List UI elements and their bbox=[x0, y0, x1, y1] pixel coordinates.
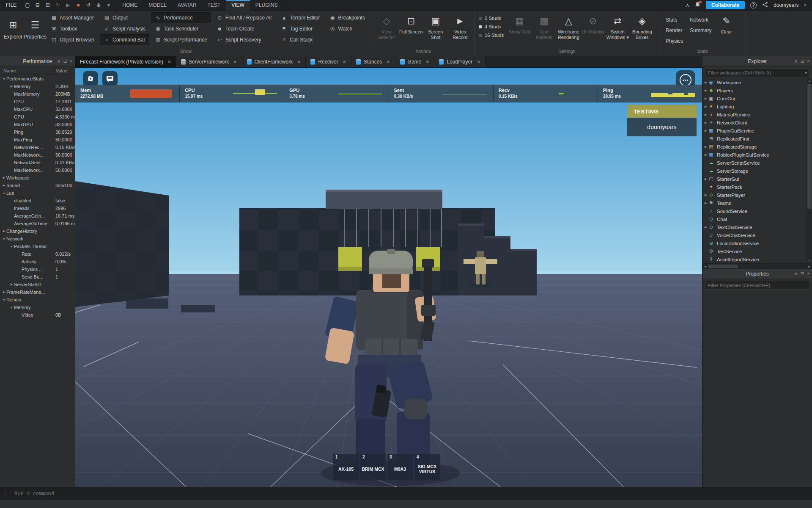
collapse-ribbon-icon[interactable]: ∧ bbox=[686, 2, 689, 8]
ribbon-summary-button[interactable]: Summary bbox=[690, 28, 711, 33]
ribbon-script-performance-button[interactable]: ▥Script Performance bbox=[151, 34, 211, 45]
ribbon-tag-editor-button[interactable]: ⚑Tag Editor bbox=[277, 23, 324, 34]
panel-close-icon[interactable]: × bbox=[807, 271, 809, 276]
perf-row-memory[interactable]: ▶Memory2.3GB bbox=[0, 83, 75, 90]
perf-row-physics[interactable]: Physics ...1 bbox=[0, 265, 75, 273]
perf-row-threads[interactable]: threads2996 bbox=[0, 204, 75, 212]
ribbon-show-grid-button[interactable]: ▦Show Grid bbox=[508, 12, 531, 48]
perf-row-lua[interactable]: ▼Lua bbox=[0, 189, 75, 197]
expanded-arrow-icon[interactable]: ▼ bbox=[2, 237, 6, 240]
collapsed-arrow-icon[interactable]: ▶ bbox=[702, 105, 708, 108]
explorer-filter-input[interactable] bbox=[705, 70, 809, 75]
scroll-down-icon[interactable]: ▼ bbox=[807, 258, 812, 263]
publish-icon[interactable]: ⊕ bbox=[93, 0, 103, 11]
ribbon-asset-manager-button[interactable]: ▦Asset Manager bbox=[47, 12, 98, 23]
explorer-item-soundservice[interactable]: ♪SoundService bbox=[702, 207, 812, 215]
ribbon-grid-material-button[interactable]: ▩Grid Material bbox=[532, 12, 556, 48]
perf-row-maxgpu[interactable]: MaxGPU33.0000 bbox=[0, 121, 75, 128]
perf-row-activity[interactable]: Activity0.0% bbox=[0, 258, 75, 265]
collapsed-arrow-icon[interactable]: ▶ bbox=[702, 129, 708, 133]
ribbon-performance-button[interactable]: ∿Performance bbox=[151, 12, 211, 23]
collapsed-arrow-icon[interactable]: ▶ bbox=[702, 89, 708, 92]
tab-close-icon[interactable]: ✕ bbox=[386, 59, 390, 65]
explorer-item-voicechatservice[interactable]: ♫VoiceChatService bbox=[702, 231, 812, 239]
ribbon-explorer-button[interactable]: ⊞Explorer bbox=[3, 13, 23, 47]
explorer-item-teams[interactable]: ▶⚑Teams bbox=[702, 199, 812, 207]
panel-dock-icon[interactable]: ⊡ bbox=[63, 59, 67, 64]
perf-row-workspace[interactable]: ▶Workspace bbox=[0, 174, 75, 182]
open-icon[interactable]: ⊟ bbox=[33, 0, 42, 11]
ribbon-task-scheduler-button[interactable]: ≣Task Scheduler bbox=[151, 23, 211, 34]
ribbon-call-stack-button[interactable]: ≡Call Stack bbox=[277, 34, 324, 45]
explorer-item-startergui[interactable]: ▶▢StarterGui bbox=[702, 175, 812, 183]
perf-row-rate[interactable]: Rate0.012/s bbox=[0, 250, 75, 258]
explorer-item-serverstorage[interactable]: ☁ServerStorage bbox=[702, 167, 812, 175]
ribbon-wireframe-rendering-button[interactable]: △Wireframe Rendering bbox=[557, 12, 580, 48]
perf-row-networkrec[interactable]: NetworkRec...0.15 KB/s bbox=[0, 144, 75, 151]
document-tab-stances[interactable]: Stances✕ bbox=[351, 56, 395, 67]
collapsed-arrow-icon[interactable]: ▶ bbox=[702, 113, 708, 116]
collapsed-arrow-icon[interactable]: ▶ bbox=[702, 177, 708, 181]
ribbon-object-browser-button[interactable]: ◫Object Browser bbox=[47, 34, 98, 45]
roblox-menu-icon[interactable] bbox=[83, 71, 98, 86]
explorer-vertical-scrollbar[interactable]: ▲ ▼ bbox=[807, 78, 812, 263]
stop-icon[interactable]: ■ bbox=[73, 0, 83, 11]
perf-row-performancestats[interactable]: ▼PerformanceStats bbox=[0, 75, 75, 83]
ribbon-bounding-boxes-button[interactable]: ◈Bounding Boxes bbox=[630, 12, 654, 48]
panel-dock-icon[interactable]: ⊡ bbox=[801, 271, 804, 276]
ribbon-screen-shot-button[interactable]: ▣Screen Shot bbox=[424, 12, 447, 48]
hotbar-slot-3[interactable]: 3M9A3 bbox=[387, 454, 413, 480]
collapsed-arrow-icon[interactable]: ▶ bbox=[702, 193, 708, 197]
collapsed-arrow-icon[interactable]: ▶ bbox=[702, 202, 708, 205]
perf-row-gpu[interactable]: GPU4.5330 ms bbox=[0, 113, 75, 121]
explorer-item-localizationservice[interactable]: ⊕LocalizationService bbox=[702, 239, 812, 247]
perf-row-frameratemana[interactable]: ▶FrameRateMana... bbox=[0, 288, 75, 296]
explorer-item-starterplayer[interactable]: ▶☺StarterPlayer bbox=[702, 191, 812, 199]
panel-close-icon[interactable]: × bbox=[70, 59, 72, 64]
document-tab-receiver[interactable]: Receiver✕ bbox=[306, 56, 351, 67]
explorer-item-assetimportservice[interactable]: ⇩AssetImportService bbox=[702, 255, 812, 263]
tab-close-icon[interactable]: ✕ bbox=[297, 59, 301, 65]
collapsed-arrow-icon[interactable]: ▶ bbox=[9, 85, 14, 88]
ribbon-render-button[interactable]: Render bbox=[666, 28, 683, 33]
document-tab-serverframework[interactable]: ServerFramework✕ bbox=[176, 56, 242, 67]
perf-row-disabled[interactable]: disabledfalse bbox=[0, 197, 75, 204]
stud-option-16-studs[interactable]: 16 Studs bbox=[479, 33, 504, 38]
ribbon-toolbox-button[interactable]: ⚒Toolbox bbox=[47, 23, 98, 34]
document-tab-clientframework[interactable]: ClientFramework✕ bbox=[242, 56, 306, 67]
explorer-item-materialservice[interactable]: ▶◕MaterialService bbox=[702, 110, 812, 119]
perf-row-changehistory[interactable]: ▶ChangeHistory bbox=[0, 227, 75, 235]
explorer-item-textchatservice[interactable]: ▶⊙TextChatService bbox=[702, 223, 812, 231]
undo-icon[interactable]: ↺ bbox=[83, 0, 93, 11]
stud-option-4-studs[interactable]: 4 Studs bbox=[479, 24, 504, 29]
user-dropdown-icon[interactable]: ▾ bbox=[804, 3, 806, 7]
ribbon-watch-button[interactable]: ◎Watch bbox=[326, 23, 369, 34]
ribbon-breakpoints-button[interactable]: ◉Breakpoints bbox=[326, 12, 369, 23]
perf-row-cpu[interactable]: CPU17.1811 bbox=[0, 98, 75, 105]
username-label[interactable]: doomyears bbox=[774, 2, 798, 8]
collapsed-arrow-icon[interactable]: ▶ bbox=[2, 229, 6, 233]
collapsed-arrow-icon[interactable]: ▶ bbox=[702, 81, 708, 84]
perf-row-averagegctime[interactable]: AverageGcTime0.0196 ms bbox=[0, 220, 75, 227]
ribbon-full-screen-button[interactable]: ⊡Full Screen bbox=[399, 12, 423, 48]
hotbar-slot-1[interactable]: 1AK-105 bbox=[333, 454, 359, 480]
perf-row-send-bu[interactable]: Send Bu...1 bbox=[0, 273, 75, 281]
column-name[interactable]: Name bbox=[0, 66, 55, 75]
qat-dropdown-icon[interactable]: ▾ bbox=[104, 0, 113, 11]
ribbon-video-record-button[interactable]: ►Video Record bbox=[448, 12, 472, 48]
perf-row-networksent[interactable]: NetworkSent0.41 KB/s bbox=[0, 159, 75, 166]
menu-tab-avatar[interactable]: AVATAR bbox=[172, 0, 202, 11]
explorer-item-players[interactable]: ▶☻Players bbox=[702, 86, 812, 94]
collapsed-arrow-icon[interactable]: ▶ bbox=[702, 226, 708, 229]
explorer-item-workspace[interactable]: ▶◉Workspace bbox=[702, 78, 812, 86]
command-bar-grip[interactable]: ⋮⋮ bbox=[0, 491, 14, 497]
collapsed-arrow-icon[interactable]: ▶ bbox=[702, 121, 708, 124]
perf-row-averagegcin[interactable]: AverageGcIn...16.71 ms bbox=[0, 212, 75, 220]
perf-row-maxping[interactable]: MaxPing50.0000 bbox=[0, 136, 75, 144]
chat-icon[interactable] bbox=[102, 71, 118, 86]
explorer-horizontal-scrollbar[interactable]: ◀ ▶ bbox=[702, 263, 812, 269]
share-icon[interactable] bbox=[762, 2, 768, 9]
menu-tab-plugins[interactable]: PLUGINS bbox=[250, 0, 283, 11]
explorer-item-replicatedstorage[interactable]: ▶▤ReplicatedStorage bbox=[702, 143, 812, 151]
collapsed-arrow-icon[interactable]: ▶ bbox=[702, 153, 708, 157]
